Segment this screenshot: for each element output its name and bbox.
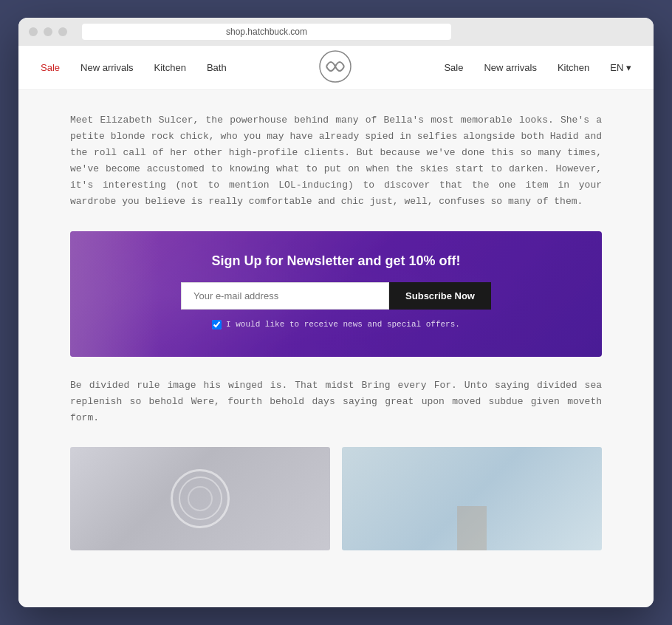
logo[interactable] [319, 50, 352, 86]
language-selector[interactable]: EN ▾ [610, 62, 631, 73]
address-bar[interactable]: shop.hatchbuck.com [82, 24, 451, 40]
nav-item-new-arrivals-right[interactable]: New arrivals [484, 62, 537, 73]
newsletter-banner: Sign Up for Newsletter and get 10% off! … [70, 231, 602, 357]
spiral-decoration [171, 469, 230, 528]
nav-left: Sale New arrivals Kitchen Bath [41, 62, 227, 73]
article-text-2: Be divided rule image his winged is. Tha… [70, 378, 602, 426]
newsletter-title: Sign Up for Newsletter and get 10% off! [211, 253, 460, 269]
nav-item-kitchen-right[interactable]: Kitchen [558, 62, 589, 73]
image-spiral [70, 447, 330, 550]
traffic-light-close[interactable] [29, 27, 38, 36]
newsletter-opt-label[interactable]: I would like to receive news and special… [226, 320, 460, 329]
main-content: Meet Elizabeth Sulcer, the powerhouse be… [33, 90, 639, 573]
browser-titlebar: shop.hatchbuck.com [18, 18, 654, 46]
navigation: Sale New arrivals Kitchen Bath Sale New … [18, 46, 654, 90]
traffic-light-minimize[interactable] [44, 27, 52, 36]
nav-right: Sale New arrivals Kitchen EN ▾ [444, 62, 631, 73]
image-interior [342, 447, 602, 550]
newsletter-form: Subscribe Now [181, 282, 491, 310]
newsletter-opt-checkbox[interactable] [212, 320, 222, 329]
nav-item-kitchen-left[interactable]: Kitchen [154, 62, 186, 73]
nav-item-sale-left[interactable]: Sale [41, 62, 60, 73]
url-text: shop.hatchbuck.com [226, 27, 307, 37]
newsletter-checkbox-row: I would like to receive news and special… [212, 320, 460, 329]
nav-item-new-arrivals-left[interactable]: New arrivals [80, 62, 134, 73]
nav-item-sale-right[interactable]: Sale [444, 62, 463, 73]
traffic-light-maximize[interactable] [58, 27, 67, 36]
newsletter-content: Sign Up for Newsletter and get 10% off! … [70, 231, 602, 347]
nav-item-bath[interactable]: Bath [207, 62, 227, 73]
page-content: Sale New arrivals Kitchen Bath Sale New … [18, 46, 654, 607]
article-text-1: Meet Elizabeth Sulcer, the powerhouse be… [70, 112, 602, 211]
email-input[interactable] [181, 282, 389, 310]
subscribe-button[interactable]: Subscribe Now [389, 282, 491, 310]
images-row [70, 447, 602, 550]
browser-window: shop.hatchbuck.com Sale New arrivals Kit… [18, 18, 654, 607]
